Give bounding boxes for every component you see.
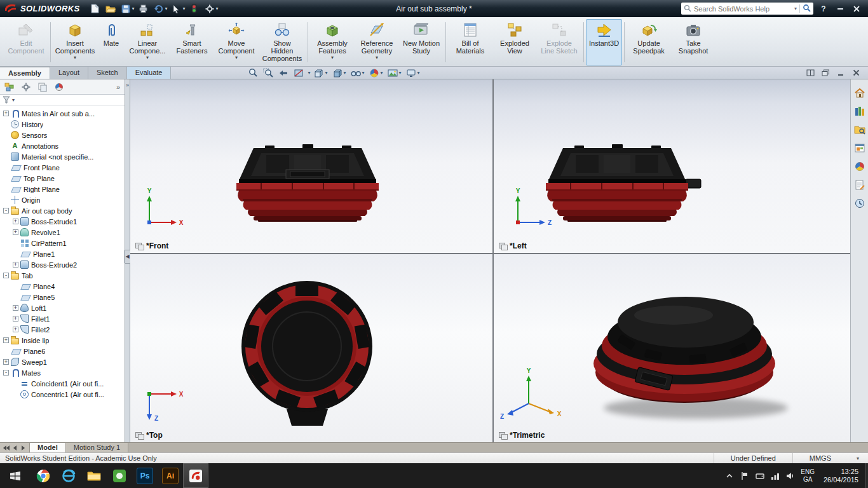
- ribbon-explode-line-sketch-button[interactable]: Explode Line Sketch: [537, 19, 581, 65]
- tree-item-cirpattern1[interactable]: CirPattern1: [0, 238, 125, 248]
- dropdown-caret-icon[interactable]: ▾: [381, 70, 383, 76]
- dropdown-caret-icon[interactable]: ▾: [344, 70, 346, 76]
- tree-item-annotations[interactable]: Annotations: [0, 140, 125, 151]
- ribbon-edit-component-button[interactable]: Edit Component: [4, 19, 48, 65]
- edit-appearance-button[interactable]: ▾: [367, 67, 384, 79]
- expander-icon[interactable]: -: [3, 273, 9, 278]
- appearances-icon[interactable]: [853, 159, 867, 173]
- view-palette-icon[interactable]: [853, 141, 867, 155]
- close-button[interactable]: [850, 3, 863, 15]
- undo-dropdown-caret-icon[interactable]: ▾: [165, 6, 168, 11]
- nav-first-icon[interactable]: [3, 444, 10, 452]
- dropdown-caret-icon[interactable]: ▾: [399, 70, 402, 76]
- tree-item-front-plane[interactable]: Front Plane: [0, 162, 125, 173]
- dropdown-caret-icon[interactable]: ▾: [146, 55, 149, 60]
- tab-model[interactable]: Model: [30, 443, 66, 452]
- ribbon-new-motion-study-button[interactable]: New Motion Study: [399, 19, 444, 65]
- expander-icon[interactable]: +: [13, 262, 18, 268]
- photoshop-taskbar-icon[interactable]: Ps: [132, 463, 158, 488]
- ribbon-exploded-view-button[interactable]: Exploded View: [492, 19, 537, 65]
- search-scope-caret-icon[interactable]: ▾: [794, 6, 797, 11]
- minimize-button[interactable]: [834, 3, 846, 15]
- viewport-left[interactable]: Y Z *Left: [494, 79, 850, 253]
- doc-minimize-button[interactable]: [835, 68, 846, 78]
- tree-item-loft1[interactable]: +Loft1: [0, 302, 125, 313]
- options-dropdown-caret-icon[interactable]: ▾: [216, 6, 219, 11]
- expander-icon[interactable]: +: [3, 111, 9, 116]
- tree-item-mates[interactable]: -Mates: [0, 367, 125, 378]
- options-button[interactable]: [203, 3, 217, 15]
- tree-item-revolve1[interactable]: +Revolve1: [0, 227, 125, 238]
- illustrator-taskbar-icon[interactable]: Ai: [158, 463, 183, 488]
- units-caret-icon[interactable]: ▾: [848, 456, 868, 461]
- apply-scene-button[interactable]: ▾: [386, 67, 403, 79]
- ribbon-reference-geometry-button[interactable]: Reference Geometry ▾: [355, 19, 399, 65]
- panel-splitter[interactable]: [125, 79, 130, 442]
- hide-show-items-button[interactable]: ▾: [349, 67, 366, 79]
- feature-manager-overflow-icon[interactable]: [114, 83, 123, 91]
- select-dropdown-caret-icon[interactable]: ▾: [183, 6, 186, 11]
- dropdown-caret-icon[interactable]: ▾: [325, 70, 327, 76]
- tree-item-plane6[interactable]: Plane6: [0, 346, 125, 356]
- tab-evaluate[interactable]: Evaluate: [127, 67, 172, 79]
- help-button[interactable]: [817, 3, 830, 15]
- tree-item-material[interactable]: Material <not specifie...: [0, 151, 125, 162]
- tray-volume-icon[interactable]: [785, 471, 796, 481]
- expander-icon[interactable]: +: [13, 229, 18, 235]
- tree-item-fillet2[interactable]: +Fillet2: [0, 324, 125, 335]
- viewport-top[interactable]: X Z *Top: [130, 254, 492, 442]
- tree-item-plane5[interactable]: Plane5: [0, 292, 125, 302]
- configuration-manager-tab[interactable]: [35, 81, 50, 93]
- display-style-button[interactable]: ▾: [330, 67, 348, 79]
- expander-icon[interactable]: +: [13, 305, 18, 311]
- tab-layout[interactable]: Layout: [50, 67, 88, 79]
- units-selector[interactable]: MMGS: [792, 453, 848, 463]
- dropdown-caret-icon[interactable]: ▾: [308, 70, 310, 76]
- expander-icon[interactable]: -: [3, 208, 9, 214]
- tree-item-mates-in-assembly[interactable]: +Mates in Air out sub a...: [0, 108, 125, 119]
- tree-item-fillet1[interactable]: +Fillet1: [0, 313, 125, 324]
- solidworks-menu-button[interactable]: SOLIDWORKS: [0, 0, 88, 17]
- select-tool-button[interactable]: [170, 3, 184, 15]
- undo-button[interactable]: [152, 3, 166, 15]
- ribbon-insert-components-button[interactable]: Insert Components ▾: [53, 19, 97, 65]
- viewport-vertical-splitter[interactable]: [492, 79, 494, 442]
- tree-filter-bar[interactable]: ▾: [0, 95, 125, 106]
- design-library-icon[interactable]: [853, 104, 867, 118]
- chrome-taskbar-icon[interactable]: [31, 463, 56, 488]
- ribbon-instant3d-button[interactable]: Instant3D: [586, 19, 622, 65]
- internet-explorer-taskbar-icon[interactable]: [56, 463, 81, 488]
- tab-sketch[interactable]: Sketch: [88, 67, 127, 79]
- tree-item-top-plane[interactable]: Top Plane: [0, 173, 125, 184]
- expander-icon[interactable]: -: [3, 370, 9, 376]
- feature-manager-tree-tab[interactable]: [2, 81, 17, 93]
- doc-close-button[interactable]: [850, 68, 862, 78]
- show-desktop-button[interactable]: [865, 463, 868, 488]
- tree-item-boss-extrude1[interactable]: +Boss-Extrude1: [0, 216, 125, 227]
- tree-item-concentric1[interactable]: Concentric1 (Air out fi...: [0, 389, 125, 400]
- file-explorer-taskbar-icon[interactable]: [81, 463, 107, 488]
- tree-item-plane4[interactable]: Plane4: [0, 281, 125, 292]
- ribbon-bill-of-materials-button[interactable]: Bill of Materials: [448, 19, 492, 65]
- ribbon-assembly-features-button[interactable]: Assembly Features ▾: [310, 19, 355, 65]
- ribbon-mate-button[interactable]: Mate: [97, 19, 125, 65]
- doc-restore-button[interactable]: [820, 68, 831, 78]
- viewport-trimetric[interactable]: Y X Z *Trimetric: [494, 254, 850, 442]
- tree-item-plane1[interactable]: Plane1: [0, 248, 125, 259]
- zoom-fit-button[interactable]: [246, 67, 260, 79]
- ribbon-smart-fasteners-button[interactable]: Smart Fasteners: [170, 19, 214, 65]
- save-button[interactable]: [119, 3, 133, 15]
- tree-item-sensors[interactable]: Sensors: [0, 130, 125, 140]
- dropdown-caret-icon[interactable]: ▾: [74, 55, 76, 60]
- ribbon-update-speedpak-button[interactable]: Update Speedpak: [627, 19, 671, 65]
- tree-item-right-plane[interactable]: Right Plane: [0, 184, 125, 194]
- rebuild-button[interactable]: [187, 3, 201, 15]
- custom-properties-icon[interactable]: [853, 178, 867, 192]
- viewport-horizontal-splitter[interactable]: [130, 253, 850, 254]
- tree-item-boss-extrude2[interactable]: +Boss-Extrude2: [0, 259, 125, 270]
- expander-icon[interactable]: +: [13, 327, 18, 332]
- tab-motion-study-1[interactable]: Motion Study 1: [66, 443, 128, 452]
- tree-item-tab-folder[interactable]: -Tab: [0, 270, 125, 281]
- tree-item-air-out-cap-body[interactable]: -Air out cap body: [0, 205, 125, 216]
- nav-prev-icon[interactable]: [11, 444, 18, 452]
